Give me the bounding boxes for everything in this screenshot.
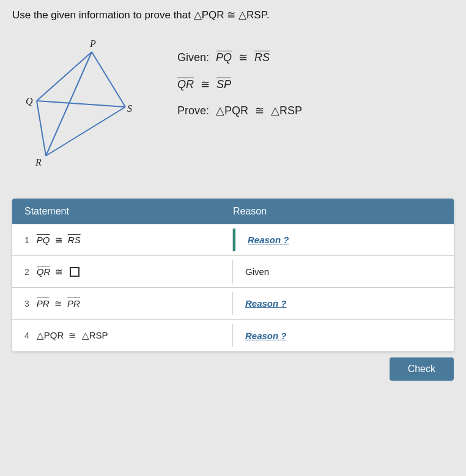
table-row: 4 △PQR ≅ △RSP Reason ? (12, 320, 454, 351)
row4-num: 4 (24, 331, 29, 340)
prove-line: Prove: △PQR ≅ △RSP (177, 99, 442, 123)
table-header: Statement Reason (12, 199, 454, 224)
table-row: 3 PR ≅ PR Reason ? (12, 288, 454, 320)
given-rs: RS (254, 46, 270, 70)
instruction-text: Use the given information to prove that … (0, 0, 466, 21)
row1-rs: RS (68, 235, 81, 245)
given-pq: PQ (216, 46, 232, 70)
svg-line-3 (92, 52, 125, 107)
row2-reason: Given (233, 260, 454, 283)
table-body: 1 PQ ≅ RS Reason ? 2 QR ≅ Giv (12, 224, 454, 351)
top-section: P Q S R Given: PQ ≅ RS QR ≅ SP Prove: △P (0, 21, 466, 192)
row2-congruent: ≅ (53, 266, 65, 277)
given-label: Given: (177, 46, 212, 70)
row4-congruent: ≅ (66, 330, 79, 341)
row2-empty-box (70, 267, 80, 277)
col-reason-header: Reason (233, 206, 442, 217)
prove-rhs: △RSP (271, 99, 302, 123)
given-prove-area: Given: PQ ≅ RS QR ≅ SP Prove: △PQR ≅ △RS… (165, 34, 448, 132)
svg-line-0 (37, 52, 92, 101)
row1-pq: PQ (37, 235, 50, 245)
svg-line-4 (37, 101, 125, 107)
row3-reason: Reason ? (233, 292, 454, 315)
row4-reason-link[interactable]: Reason ? (245, 331, 287, 341)
row1-statement: 1 PQ ≅ RS (12, 229, 233, 252)
row4-reason: Reason ? (233, 324, 454, 347)
diagram-area: P Q S R (12, 34, 159, 180)
row2-statement: 2 QR ≅ (12, 260, 233, 284)
congruent1: ≅ (235, 46, 251, 70)
check-button[interactable]: Check (390, 357, 454, 381)
row2-reason-text: Given (245, 266, 269, 277)
col-statement-header: Statement (24, 206, 233, 217)
row3-statement: 3 PR ≅ PR (12, 292, 233, 315)
svg-text:S: S (127, 103, 132, 114)
table-row: 2 QR ≅ Given (12, 256, 454, 288)
congruent2: ≅ (198, 73, 213, 97)
svg-text:R: R (35, 157, 42, 167)
row3-congruent: ≅ (52, 298, 65, 309)
given-sp: SP (216, 73, 231, 97)
row1-congruent: ≅ (52, 235, 65, 246)
geometry-diagram: P Q S R (12, 34, 147, 174)
given-line2: QR ≅ SP (177, 73, 442, 97)
row4-statement: 4 △PQR ≅ △RSP (12, 324, 233, 347)
svg-text:P: P (89, 38, 96, 49)
row1-num: 1 (24, 235, 29, 245)
svg-line-2 (46, 107, 125, 156)
proof-table: Statement Reason 1 PQ ≅ RS Reason ? 2 (12, 199, 454, 351)
row1-reason-link[interactable]: Reason ? (248, 235, 289, 245)
row2-num: 2 (24, 267, 29, 277)
row4-tri1: △PQR (37, 330, 64, 341)
bottom-area: Check (0, 351, 466, 387)
row1-reason: Reason ? (233, 229, 454, 251)
given-qr: QR (177, 73, 194, 97)
row4-tri2: △RSP (82, 330, 108, 341)
prove-lhs: △PQR (216, 99, 248, 123)
given-line1: Given: PQ ≅ RS (177, 46, 442, 70)
row3-reason-link[interactable]: Reason ? (245, 298, 287, 309)
row3-pr-lhs: PR (37, 298, 50, 309)
row3-num: 3 (24, 299, 29, 309)
row3-pr-rhs: PR (67, 298, 80, 309)
congruent3: ≅ (252, 99, 267, 123)
row2-qr: QR (37, 266, 51, 277)
svg-line-1 (37, 101, 46, 156)
prove-label: Prove: (177, 99, 212, 123)
table-row: 1 PQ ≅ RS Reason ? (12, 224, 454, 256)
svg-text:Q: Q (26, 96, 33, 106)
page: Use the given information to prove that … (0, 0, 466, 476)
